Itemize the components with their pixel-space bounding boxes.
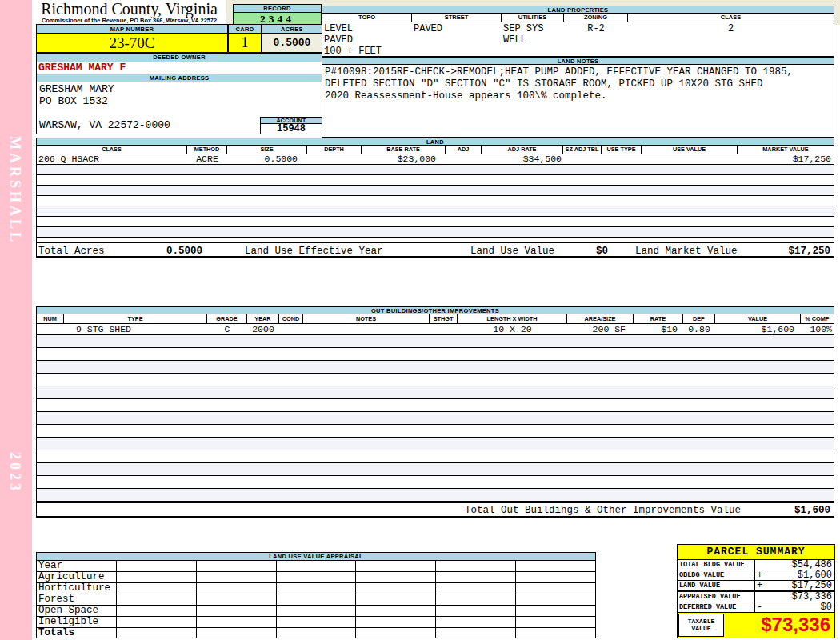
out-buildings-total-label: Total Out Buildings & Other Improvements… [465, 503, 741, 518]
land-market-value: $17,250 [788, 243, 830, 259]
col-street: STREET [412, 14, 502, 22]
cell-use-value [642, 154, 738, 164]
cell-cond [279, 324, 303, 334]
empty-row [37, 450, 834, 463]
tax-year-vertical: 2023 [6, 452, 23, 494]
cell-rate: $10 [634, 324, 683, 334]
appraisal-row-year: Year [37, 561, 595, 572]
empty-row [37, 361, 834, 374]
land-use-appraisal-table: LAND USE VALUE APPRAISAL Year Agricultur… [36, 552, 596, 638]
cell-type: 9 STG SHED [64, 324, 207, 334]
acres-value: 0.5000 [262, 34, 322, 53]
empty-row [37, 335, 834, 348]
land-properties-headers: TOPO STREET UTILITIES ZONING CLASS [322, 14, 834, 22]
out-buildings-table: OUT BUILDINGS/OTHER IMPROVEMENTS NUM TYP… [36, 306, 834, 518]
topo-values: LEVEL PAVED 100 + FEET [322, 22, 412, 56]
col-topo: TOPO [322, 14, 412, 22]
address-line: PO BOX 1532 [39, 95, 322, 107]
property-record-card: MARSHALL 2023 Richmond County, Virginia … [0, 0, 840, 640]
appraisal-row-ineligible: Ineligible [37, 617, 595, 628]
appraisal-row-open-space: Open Space [37, 606, 595, 617]
out-buildings-total-value: $1,600 [794, 503, 830, 518]
summary-row-deferred: DEFERRED VALUE - $0 [678, 602, 834, 613]
empty-row [37, 438, 834, 450]
map-number-value: 23-70C [36, 34, 228, 53]
empty-row [37, 217, 834, 227]
parcel-summary: PARCEL SUMMARY TOTAL BLDG VALUE $54,486 … [677, 544, 835, 638]
commissioner-line: Commissioner of the Revenue, PO Box 366,… [32, 18, 226, 24]
land-properties-section: LAND PROPERTIES TOPO STREET UTILITIES ZO… [322, 6, 834, 57]
out-building-data-row: 9 STG SHED C 2000 10 X 20 200 SF $10 0.8… [37, 324, 834, 335]
deeded-owner-value: GRESHAM MARY F [36, 62, 322, 74]
empty-row [37, 165, 834, 175]
empty-row [37, 399, 834, 412]
cell-method: ACRE [187, 154, 227, 164]
note-line: P#10098:2015RE-CHECK->REMODEL;HEAT PUMP … [325, 66, 834, 78]
summary-row-appraised: APPRAISED VALUE $73,336 [678, 592, 834, 602]
cell-area-size: 200 SF [567, 324, 634, 334]
note-line: DELETED SECTION "D" SECTION "C" IS STORA… [325, 78, 834, 90]
address-line: GRESHAM MARY [39, 83, 322, 95]
col-zoning: ZONING [564, 14, 628, 22]
land-use-value: $0 [596, 243, 608, 259]
cell-year: 2000 [247, 324, 279, 334]
class-value: 2 [628, 22, 834, 56]
empty-row [37, 412, 834, 425]
total-acres-label: Total Acres [38, 243, 105, 259]
out-buildings-headers: NUM TYPE GRADE YEAR COND NOTES STHGT LEN… [37, 314, 834, 324]
appraisal-row-totals: Totals [37, 628, 595, 638]
cell-length-width: 10 X 20 [458, 324, 567, 334]
land-totals-row: Total Acres 0.5000 Land Use Effective Ye… [37, 242, 834, 259]
empty-row [37, 476, 834, 489]
land-use-value-label: Land Use Value [470, 243, 554, 259]
cell-base-rate: $23,000 [362, 154, 446, 164]
utilities-values: SEP SYS WELL [502, 22, 564, 56]
record-box: RECORD 2344 [233, 4, 322, 26]
empty-row [37, 425, 834, 438]
land-notes-text: P#10098:2015RE-CHECK->REMODEL;HEAT PUMP … [322, 65, 834, 138]
cell-sz-adj-tbl [563, 154, 602, 164]
empty-row [37, 348, 834, 361]
parcel-id-row: MAP NUMBER 23-70C CARD 1 ACRES 0.5000 [36, 24, 322, 53]
acres-label: ACRES [262, 24, 322, 34]
zoning-value: R-2 [564, 22, 628, 56]
empty-row [37, 196, 834, 206]
record-label: RECORD [233, 4, 322, 13]
col-class: CLASS [628, 14, 834, 22]
cell-depth [307, 154, 362, 164]
empty-row [37, 374, 834, 386]
taxable-value-label: TAXABLE VALUE [678, 614, 724, 637]
cell-class: 206 Q HSACR [37, 154, 187, 164]
cell-size: 0.5000 [227, 154, 307, 164]
cell-adj-rate: $34,500 [482, 154, 563, 164]
account-box: ACCOUNT 15948 [260, 117, 322, 134]
empty-row [37, 186, 834, 196]
appraisal-row-forest: Forest [37, 594, 595, 606]
cell-use-type [602, 154, 642, 164]
effective-year-label: Land Use Effective Year [245, 243, 383, 259]
note-line: 2020 Reassessment-House appears 100\% co… [325, 90, 834, 102]
empty-row [37, 227, 834, 238]
card-label: CARD [228, 24, 262, 34]
account-number: 15948 [260, 124, 322, 134]
empty-row [37, 386, 834, 399]
cell-notes [303, 324, 430, 334]
cell-dep: 0.80 [683, 324, 715, 334]
cell-pct-comp: 100% [801, 324, 834, 334]
land-table: LAND CLASS METHOD SIZE DEPTH BASE RATE A… [36, 138, 834, 258]
land-notes-section: LAND NOTES P#10098:2015RE-CHECK->REMODEL… [322, 57, 834, 138]
cell-sthgt [430, 324, 458, 334]
summary-row-land: LAND VALUE + $17,250 [678, 581, 834, 591]
empty-row [37, 463, 834, 476]
parcel-summary-title: PARCEL SUMMARY [678, 545, 834, 560]
street-values: PAVED [412, 22, 502, 56]
county-title: Richmond County, Virginia [32, 0, 226, 18]
empty-row [37, 489, 834, 502]
appraisal-row-agriculture: Agriculture [37, 572, 595, 583]
land-properties-title: LAND PROPERTIES [322, 6, 834, 14]
cell-value: $1,600 [715, 324, 801, 334]
cell-grade: C [207, 324, 247, 334]
left-margin-strip: MARSHALL 2023 [0, 0, 32, 640]
out-buildings-title: OUT BUILDINGS/OTHER IMPROVEMENTS [36, 306, 834, 314]
land-table-title: LAND [36, 138, 834, 146]
